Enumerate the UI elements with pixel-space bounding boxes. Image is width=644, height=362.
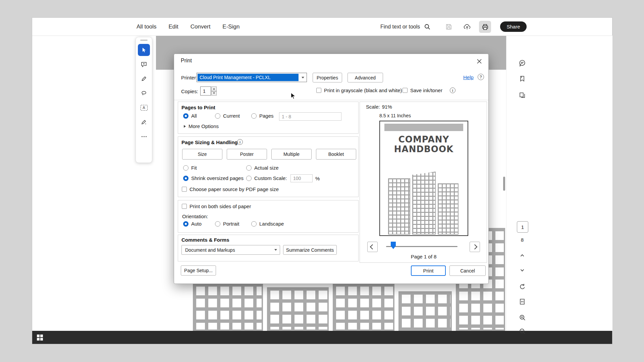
orientation-portrait-radio[interactable]	[215, 221, 220, 227]
preview-panel: Scale: 91% 8.5 x 11 Inches COMPANY HANDB…	[360, 102, 487, 263]
save-ink-checkbox-row[interactable]: Save ink/toner	[402, 87, 442, 93]
preview-page-slider-handle[interactable]	[391, 242, 396, 249]
help-question-icon[interactable]: ?	[478, 74, 484, 80]
comments-panel-icon[interactable]	[517, 58, 528, 68]
custom-scale-option[interactable]: Custom Scale:	[246, 175, 287, 181]
save-icon[interactable]	[443, 21, 455, 33]
save-ink-checkbox[interactable]	[402, 88, 408, 93]
size-button[interactable]: Size	[182, 149, 222, 160]
orientation-auto-label: Auto	[191, 221, 202, 227]
preview-doc-title: COMPANY HANDBOOK	[380, 135, 468, 154]
rail-drag-handle[interactable]	[140, 40, 148, 41]
paper-source-checkbox-row[interactable]: Choose paper source by PDF page size	[182, 186, 279, 192]
tab-all-tools[interactable]: All tools	[137, 23, 157, 30]
share-button[interactable]: Share	[500, 21, 527, 32]
shrink-label: Shrink oversized pages	[191, 175, 244, 181]
tab-convert[interactable]: Convert	[191, 23, 211, 30]
page-setup-button[interactable]: Page Setup...	[181, 265, 216, 276]
orientation-landscape-option[interactable]: Landscape	[251, 221, 284, 227]
pages-range-option[interactable]: Pages	[251, 113, 274, 119]
document-scrollbar-thumb[interactable]	[503, 177, 505, 191]
grayscale-checkbox[interactable]	[316, 88, 321, 93]
paper-source-checkbox[interactable]	[182, 187, 187, 192]
current-page-input[interactable]: 1	[517, 221, 528, 233]
pages-current-option[interactable]: Current	[215, 113, 240, 119]
copies-input[interactable]: 1	[200, 86, 211, 96]
search-input[interactable]: Find text or tools	[380, 18, 431, 36]
cancel-button[interactable]: Cancel	[449, 265, 486, 276]
page-sizing-section: Page Sizing & Handling i Size Poster Mul…	[178, 136, 359, 197]
fill-sign-tool-icon[interactable]	[138, 116, 150, 128]
close-icon[interactable]	[475, 57, 484, 66]
preview-prev-page-button[interactable]	[367, 242, 378, 252]
shrink-option[interactable]: Shrink oversized pages	[183, 175, 244, 181]
building-graphic	[267, 287, 329, 331]
summarize-comments-button[interactable]: Summarize Comments	[283, 245, 337, 255]
printer-dropdown-arrow-icon[interactable]	[299, 73, 307, 82]
print-dialog: Print Printer: Cloud Print Management - …	[174, 54, 489, 284]
multiple-button[interactable]: Multiple	[271, 149, 312, 160]
copies-increment-icon[interactable]	[211, 86, 217, 91]
tab-esign[interactable]: E-Sign	[222, 23, 239, 30]
cloud-upload-icon[interactable]	[461, 21, 473, 33]
paper-source-label: Choose paper source by PDF page size	[190, 186, 279, 192]
poster-button[interactable]: Poster	[227, 149, 267, 160]
custom-scale-input[interactable]: 100	[290, 174, 313, 182]
comments-dropdown-arrow-icon[interactable]	[272, 249, 280, 251]
zoom-in-icon[interactable]	[517, 312, 528, 323]
save-ink-info-icon[interactable]: i	[450, 87, 455, 93]
orientation-auto-option[interactable]: Auto	[183, 221, 202, 227]
print-button[interactable]: Print	[411, 265, 446, 276]
total-pages-label: 8	[517, 237, 528, 243]
actual-size-option[interactable]: Actual size	[246, 165, 279, 171]
both-sides-checkbox-row[interactable]: Print on both sides of paper	[182, 203, 251, 209]
printer-select[interactable]: Cloud Print Management - PCLXL	[197, 73, 307, 82]
windows-start-icon[interactable]	[37, 335, 43, 341]
previous-page-icon[interactable]	[517, 250, 528, 261]
preview-next-page-button[interactable]	[470, 242, 480, 252]
add-text-tool-icon[interactable]: A	[138, 102, 150, 114]
rotate-page-icon[interactable]	[517, 281, 528, 292]
properties-button[interactable]: Properties	[313, 73, 342, 82]
next-page-icon[interactable]	[517, 265, 528, 276]
pages-range-input[interactable]: 1 - 8	[279, 112, 341, 121]
print-icon[interactable]	[479, 21, 491, 33]
pages-range-label: Pages	[259, 113, 274, 119]
pages-panel-icon[interactable]	[517, 90, 528, 101]
custom-scale-radio[interactable]	[246, 176, 252, 181]
orientation-auto-radio[interactable]	[183, 221, 189, 227]
copies-decrement-icon[interactable]	[211, 91, 217, 96]
shrink-radio[interactable]	[183, 176, 189, 181]
orientation-portrait-label: Portrait	[223, 221, 239, 227]
pages-range-radio[interactable]	[251, 113, 257, 119]
help-link[interactable]: Help	[463, 74, 474, 80]
pages-current-radio[interactable]	[215, 113, 220, 119]
lasso-tool-icon[interactable]	[138, 87, 150, 99]
actual-size-radio[interactable]	[246, 165, 252, 171]
bookmarks-panel-icon[interactable]	[517, 73, 528, 84]
preview-page-slider-track[interactable]	[386, 246, 458, 247]
comment-tool-icon[interactable]	[138, 58, 150, 70]
advanced-button[interactable]: Advanced	[347, 73, 383, 82]
booklet-button[interactable]: Booklet	[316, 149, 356, 160]
highlighter-tool-icon[interactable]	[138, 73, 150, 85]
both-sides-checkbox[interactable]	[182, 204, 187, 209]
search-icon[interactable]	[424, 23, 431, 30]
orientation-portrait-option[interactable]: Portrait	[215, 221, 239, 227]
page-sizing-info-icon[interactable]: i	[237, 139, 243, 145]
pages-all-option[interactable]: All	[183, 113, 197, 119]
orientation-landscape-radio[interactable]	[251, 221, 257, 227]
grayscale-checkbox-row[interactable]: Print in grayscale (black and white)	[316, 87, 402, 93]
zoom-out-icon[interactable]	[517, 326, 528, 337]
actual-size-icon[interactable]	[517, 296, 528, 307]
pages-all-radio[interactable]	[183, 113, 189, 119]
tab-edit[interactable]: Edit	[169, 23, 178, 30]
fit-option[interactable]: Fit	[183, 165, 197, 171]
fit-radio[interactable]	[183, 165, 189, 171]
more-options-toggle[interactable]: More Options	[184, 123, 219, 129]
top-toolbar: All tools Edit Convert E-Sign Find text …	[32, 18, 612, 36]
more-tools-icon[interactable]	[138, 130, 150, 142]
select-tool-icon[interactable]	[138, 44, 150, 56]
comments-forms-select[interactable]: Document and Markups	[181, 245, 280, 255]
preview-doc-title-line1: COMPANY	[380, 135, 468, 144]
